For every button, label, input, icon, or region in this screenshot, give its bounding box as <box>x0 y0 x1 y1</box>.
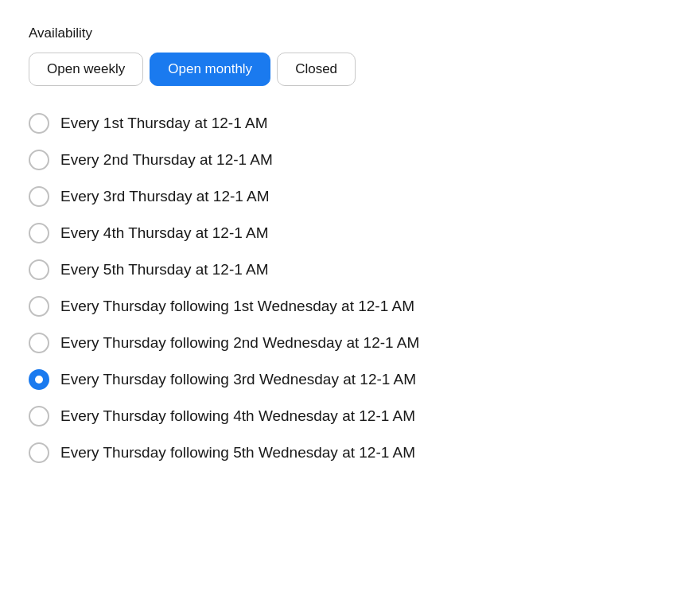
section-title: Availability <box>29 25 671 41</box>
list-item[interactable]: Every 5th Thursday at 12-1 AM <box>29 251 671 288</box>
radio-button-opt9[interactable] <box>29 406 49 426</box>
radio-button-opt7[interactable] <box>29 333 49 353</box>
closed-button[interactable]: Closed <box>277 53 356 86</box>
radio-label-opt10: Every Thursday following 5th Wednesday a… <box>60 444 415 462</box>
radio-button-opt4[interactable] <box>29 223 49 243</box>
list-item[interactable]: Every Thursday following 2nd Wednesday a… <box>29 325 671 361</box>
radio-button-opt10[interactable] <box>29 442 49 463</box>
radio-button-opt3[interactable] <box>29 186 49 207</box>
radio-button-opt1[interactable] <box>29 113 49 134</box>
radio-button-opt6[interactable] <box>29 296 49 317</box>
list-item[interactable]: Every 4th Thursday at 12-1 AM <box>29 215 671 251</box>
availability-button-group: Open weekly Open monthly Closed <box>29 53 671 86</box>
radio-label-opt3: Every 3rd Thursday at 12-1 AM <box>60 188 270 205</box>
open-monthly-button[interactable]: Open monthly <box>150 53 270 86</box>
list-item[interactable]: Every Thursday following 5th Wednesday a… <box>29 434 671 471</box>
radio-label-opt4: Every 4th Thursday at 12-1 AM <box>60 224 269 242</box>
list-item[interactable]: Every 3rd Thursday at 12-1 AM <box>29 178 671 215</box>
radio-button-opt8[interactable] <box>29 369 49 390</box>
radio-label-opt5: Every 5th Thursday at 12-1 AM <box>60 261 269 278</box>
open-weekly-button[interactable]: Open weekly <box>29 53 143 86</box>
schedule-radio-list: Every 1st Thursday at 12-1 AM Every 2nd … <box>29 105 671 471</box>
radio-label-opt2: Every 2nd Thursday at 12-1 AM <box>60 151 273 169</box>
list-item[interactable]: Every Thursday following 3rd Wednesday a… <box>29 361 671 398</box>
list-item[interactable]: Every 1st Thursday at 12-1 AM <box>29 105 671 142</box>
radio-button-opt2[interactable] <box>29 150 49 170</box>
radio-label-opt9: Every Thursday following 4th Wednesday a… <box>60 407 415 425</box>
radio-label-opt1: Every 1st Thursday at 12-1 AM <box>60 115 268 132</box>
radio-label-opt8: Every Thursday following 3rd Wednesday a… <box>60 371 416 388</box>
list-item[interactable]: Every Thursday following 4th Wednesday a… <box>29 398 671 434</box>
radio-button-opt5[interactable] <box>29 259 49 280</box>
list-item[interactable]: Every Thursday following 1st Wednesday a… <box>29 288 671 325</box>
radio-label-opt7: Every Thursday following 2nd Wednesday a… <box>60 334 419 352</box>
radio-label-opt6: Every Thursday following 1st Wednesday a… <box>60 298 414 315</box>
list-item[interactable]: Every 2nd Thursday at 12-1 AM <box>29 142 671 178</box>
availability-section: Availability Open weekly Open monthly Cl… <box>29 25 671 471</box>
